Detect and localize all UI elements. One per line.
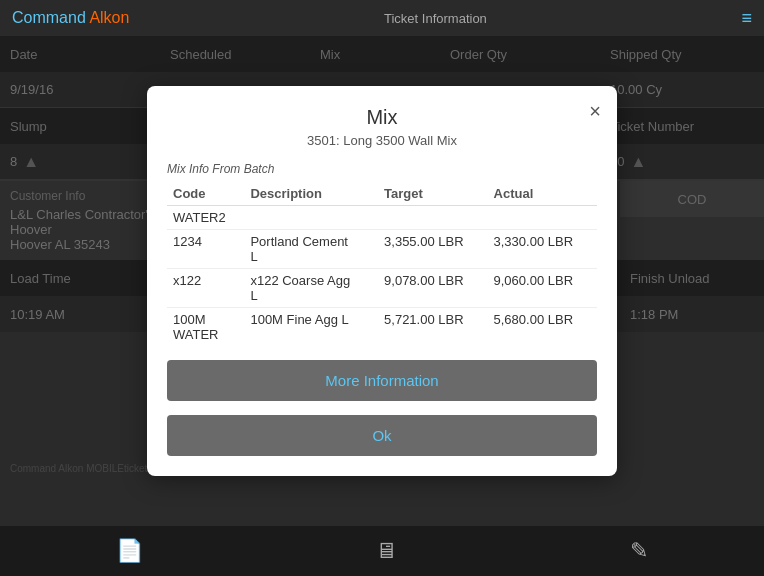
menu-icon[interactable]: ≡ xyxy=(741,8,752,29)
mix-cell-target: 5,721.00 LBR xyxy=(378,308,487,347)
main-content: Date Scheduled Mix Order Qty Shipped Qty… xyxy=(0,36,764,526)
mix-cell-code: 100MWATER xyxy=(167,308,244,347)
mix-table-row: 1234Portland CementL3,355.00 LBR3,330.00… xyxy=(167,230,597,269)
mix-cell-code: 1234 xyxy=(167,230,244,269)
mix-table: Code Description Target Actual WATER2123… xyxy=(167,182,597,346)
app-header: Command Alkon Ticket Information ≡ xyxy=(0,0,764,36)
modal-title: Mix xyxy=(167,106,597,129)
mix-table-row: WATER2 xyxy=(167,206,597,230)
ok-button[interactable]: Ok xyxy=(167,415,597,456)
mix-cell-actual: 5,680.00 LBR xyxy=(488,308,597,347)
mix-cell-description: 100M Fine Agg L xyxy=(244,308,378,347)
ticket-info-link[interactable]: Ticket Information xyxy=(384,11,487,26)
mix-cell-target: 3,355.00 LBR xyxy=(378,230,487,269)
mix-cell-description: x122 Coarse AggL xyxy=(244,269,378,308)
mix-cell-description xyxy=(244,206,378,230)
modal-overlay: × Mix 3501: Long 3500 Wall Mix Mix Info … xyxy=(0,36,764,526)
mix-cell-actual: 9,060.00 LBR xyxy=(488,269,597,308)
app-footer: 📄 🖥 ✎ xyxy=(0,526,764,576)
mix-cell-target: 9,078.00 LBR xyxy=(378,269,487,308)
th-target: Target xyxy=(378,182,487,206)
th-description: Description xyxy=(244,182,378,206)
mix-cell-description: Portland CementL xyxy=(244,230,378,269)
mix-cell-code: x122 xyxy=(167,269,244,308)
footer-icon-document[interactable]: 📄 xyxy=(116,538,143,564)
app-logo: Command Alkon xyxy=(12,9,129,27)
th-code: Code xyxy=(167,182,244,206)
mix-table-row: 100MWATER100M Fine Agg L5,721.00 LBR5,68… xyxy=(167,308,597,347)
th-actual: Actual xyxy=(488,182,597,206)
mix-cell-code: WATER2 xyxy=(167,206,244,230)
footer-icon-screen[interactable]: 🖥 xyxy=(375,538,397,564)
mix-info-label: Mix Info From Batch xyxy=(167,162,597,176)
mix-cell-actual xyxy=(488,206,597,230)
mix-modal: × Mix 3501: Long 3500 Wall Mix Mix Info … xyxy=(147,86,617,476)
mix-cell-actual: 3,330.00 LBR xyxy=(488,230,597,269)
footer-icon-edit[interactable]: ✎ xyxy=(630,538,648,564)
logo-alkon: Alkon xyxy=(89,9,129,26)
mix-cell-target xyxy=(378,206,487,230)
more-information-button[interactable]: More Information xyxy=(167,360,597,401)
mix-table-row: x122x122 Coarse AggL9,078.00 LBR9,060.00… xyxy=(167,269,597,308)
modal-subtitle: 3501: Long 3500 Wall Mix xyxy=(167,133,597,148)
logo-command: Command xyxy=(12,9,86,26)
modal-close-button[interactable]: × xyxy=(589,100,601,123)
